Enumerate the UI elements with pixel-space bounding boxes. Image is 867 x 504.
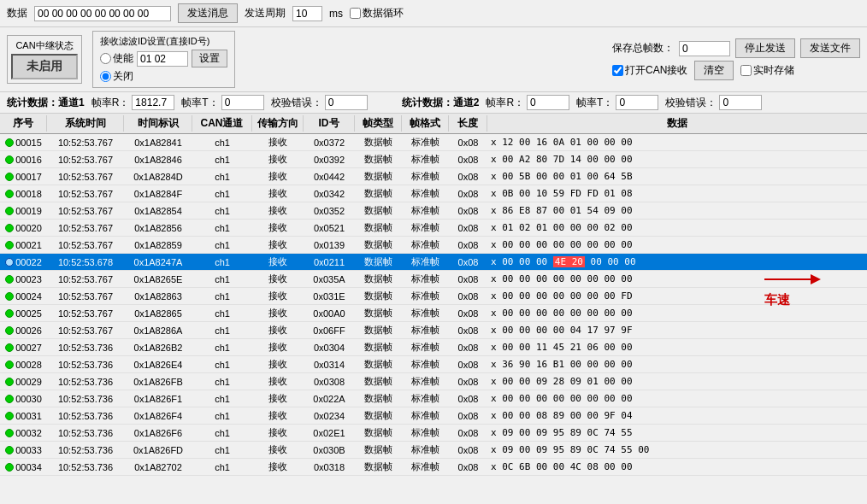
frameType-cell: 数据帧 <box>355 152 402 167</box>
table-row[interactable]: 0002610:52:53.7670x1A8286Ach1接收0x06FF数据帧… <box>0 322 867 339</box>
frameType-cell: 数据帧 <box>355 408 402 423</box>
table-row[interactable]: 0002310:52:53.7670x1A8265Ech1接收0x035A数据帧… <box>0 271 867 288</box>
realtime-save-label[interactable]: 实时存储 <box>740 63 794 78</box>
sysTime-cell: 10:52:53.736 <box>47 444 124 456</box>
table-row[interactable]: 0002710:52:53.7360x1A826B2ch1接收0x0304数据帧… <box>0 339 867 356</box>
dir-cell: 接收 <box>252 203 304 218</box>
table-header-cell: 数据 <box>487 115 867 132</box>
table-body[interactable]: 0001510:52:53.7670x1A82841ch1接收0x0372数据帧… <box>0 134 867 476</box>
table-row[interactable]: 0002910:52:53.7360x1A826FBch1接收0x0308数据帧… <box>0 373 867 390</box>
dir-cell: 接收 <box>252 408 304 423</box>
open-can-label[interactable]: 打开CAN接收 <box>612 63 687 78</box>
seq-text: 00034 <box>15 462 42 472</box>
status-led <box>5 429 14 437</box>
table-row[interactable]: 0002810:52:53.7360x1A826E4ch1接收0x0314数据帧… <box>0 356 867 373</box>
filter-enable-radio[interactable] <box>100 53 111 64</box>
len-cell: 0x08 <box>449 376 487 388</box>
frameR2-input[interactable] <box>527 95 569 110</box>
data-cell: x 09 00 09 95 89 0C 74 55 <box>487 426 867 439</box>
send-file-button[interactable]: 发送文件 <box>800 38 860 58</box>
data-cell: x 86 E8 87 00 01 54 09 00 <box>487 204 867 217</box>
table-row[interactable]: 0003410:52:53.7360x1A82702ch1接收0x0318数据帧… <box>0 459 867 476</box>
seq-cell: 00015 <box>0 137 47 149</box>
len-cell: 0x08 <box>449 290 487 302</box>
dir-cell: 接收 <box>252 357 304 372</box>
table-row[interactable]: 0001510:52:53.7670x1A82841ch1接收0x0372数据帧… <box>0 134 867 151</box>
send-msg-button[interactable]: 发送消息 <box>178 3 238 23</box>
frameT2-input[interactable] <box>616 95 658 110</box>
stats-bar: 统计数据：通道1 帧率R： 帧率T： 校验错误： 统计数据：通道2 帧率R： 帧… <box>0 92 867 114</box>
table-row[interactable]: 0003110:52:53.7360x1A826F4ch1接收0x0234数据帧… <box>0 407 867 425</box>
sysTime-cell: 10:52:53.767 <box>47 273 124 285</box>
len-cell: 0x08 <box>449 205 487 217</box>
data-highlight-bytes: 4E 20 <box>553 256 585 267</box>
len-cell: 0x08 <box>449 273 487 285</box>
realtime-save-checkbox[interactable] <box>740 65 752 76</box>
data-loop-label[interactable]: 数据循环 <box>350 6 404 21</box>
dir-cell: 接收 <box>252 186 304 201</box>
seq-cell: 00027 <box>0 342 47 354</box>
stop-send-button[interactable]: 停止发送 <box>735 38 795 58</box>
len-cell: 0x08 <box>449 188 487 200</box>
dir-cell: 接收 <box>252 391 304 406</box>
frameFormat-cell: 标准帧 <box>402 442 449 457</box>
can-status-button[interactable]: 未启用 <box>11 54 78 79</box>
period-input[interactable] <box>292 6 322 21</box>
id-cell: 0x0352 <box>304 205 355 217</box>
table-row[interactable]: 0002010:52:53.7670x1A82856ch1接收0x0521数据帧… <box>0 220 867 237</box>
frameT1-input[interactable] <box>221 95 264 110</box>
status-led <box>5 275 14 284</box>
table-row[interactable]: 0003210:52:53.7360x1A826F6ch1接收0x02E1数据帧… <box>0 425 867 442</box>
status-led <box>5 258 14 267</box>
table-row[interactable]: 0001810:52:53.7670x1A8284Fch1接收0x0342数据帧… <box>0 185 867 202</box>
data-loop-checkbox[interactable] <box>350 8 361 19</box>
seq-cell: 00030 <box>0 393 47 405</box>
checkErr1-input[interactable] <box>325 95 368 110</box>
seq-cell: 00032 <box>0 427 47 439</box>
table-row[interactable]: 0001610:52:53.7670x1A82846ch1接收0x0392数据帧… <box>0 151 867 168</box>
seq-text: 00033 <box>15 445 42 455</box>
filter-enable-label[interactable]: 使能 <box>100 51 133 66</box>
len-cell: 0x08 <box>449 427 487 439</box>
sysTime-cell: 10:52:53.736 <box>47 427 124 439</box>
sysTime-cell: 10:52:53.767 <box>47 290 124 302</box>
channel-cell: ch1 <box>192 154 252 166</box>
filter-set-button[interactable]: 设置 <box>192 50 227 67</box>
seq-text: 00019 <box>15 206 42 216</box>
table-row[interactable]: 0002110:52:53.7670x1A82859ch1接收0x0139数据帧… <box>0 237 867 254</box>
open-can-checkbox[interactable] <box>612 65 623 76</box>
table-row[interactable]: 0003010:52:53.7360x1A826F1ch1接收0x022A数据帧… <box>0 390 867 407</box>
checkErr1-label: 校验错误： <box>271 96 322 110</box>
clear-button[interactable]: 清空 <box>694 61 734 80</box>
filter-id-input[interactable] <box>137 51 188 67</box>
channel-cell: ch1 <box>192 188 252 200</box>
seq-text: 00026 <box>15 325 42 336</box>
filter-close-radio[interactable] <box>100 71 111 82</box>
data-cell: x 00 A2 80 7D 14 00 00 00 <box>487 153 867 166</box>
timeId-cell: 0x1A826FD <box>124 444 192 456</box>
table-row[interactable]: 0002410:52:53.7670x1A82863ch1接收0x031E数据帧… <box>0 288 867 305</box>
frameR1-input[interactable] <box>132 95 174 110</box>
stats-channel1: 统计数据：通道1 帧率R： 帧率T： 校验错误： <box>7 95 368 110</box>
vehicle-speed-label: 车速 <box>764 292 790 307</box>
vehicle-speed-annotation: 车速 <box>764 267 833 308</box>
table-row[interactable]: 0002210:52:53.6780x1A8247Ach1接收0x0211数据帧… <box>0 254 867 271</box>
table-row[interactable]: 0003310:52:53.7360x1A826FDch1接收0x030B数据帧… <box>0 442 867 459</box>
frameT2-label: 帧率T： <box>576 96 613 110</box>
len-cell: 0x08 <box>449 137 487 149</box>
frameType-cell: 数据帧 <box>355 203 402 218</box>
checkErr2-input[interactable] <box>719 95 762 110</box>
seq-cell: 00023 <box>0 273 47 285</box>
table-row[interactable]: 0002510:52:53.7670x1A82865ch1接收0x00A0数据帧… <box>0 305 867 322</box>
data-cell: x 00 5B 00 00 01 00 64 5B <box>487 170 867 183</box>
filter-close-label[interactable]: 关闭 <box>100 69 133 84</box>
id-cell: 0x0442 <box>304 171 355 183</box>
save-frames-input[interactable] <box>679 41 730 56</box>
table-row[interactable]: 0001710:52:53.7670x1A8284Dch1接收0x0442数据帧… <box>0 168 867 185</box>
data-cell: x 00 00 00 00 04 17 97 9F <box>487 324 867 337</box>
status-led <box>5 241 14 249</box>
sysTime-cell: 10:52:53.736 <box>47 376 124 388</box>
address-input[interactable] <box>34 6 171 21</box>
table-row[interactable]: 0001910:52:53.7670x1A82854ch1接收0x0352数据帧… <box>0 202 867 220</box>
frameFormat-cell: 标准帧 <box>402 306 449 320</box>
